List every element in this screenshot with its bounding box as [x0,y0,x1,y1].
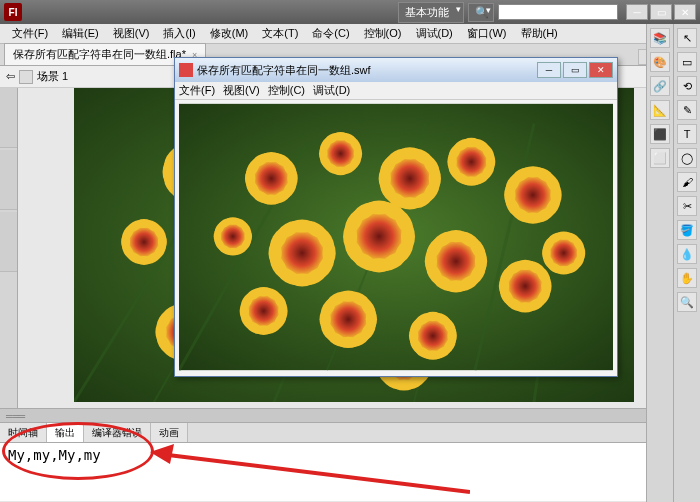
tool-button[interactable]: ✂ [677,196,697,216]
swf-menu-debug[interactable]: 调试(D) [313,83,350,98]
collapsed-panel[interactable] [0,212,17,272]
tool-button[interactable]: ◯ [677,148,697,168]
swf-menubar: 文件(F) 视图(V) 控制(C) 调试(D) [175,82,617,100]
swf-menu-control[interactable]: 控制(C) [268,83,305,98]
menu-help[interactable]: 帮助(H) [515,24,564,43]
window-minimize-button[interactable]: ─ [626,4,648,20]
tools-rail-b: ↖▭⟲✎T◯🖌✂🪣💧✋🔍 [673,24,700,502]
tool-button[interactable]: 💧 [677,244,697,264]
search-dropdown[interactable]: 🔍 [468,3,494,22]
swf-close-button[interactable]: ✕ [589,62,613,78]
search-input[interactable] [498,4,618,20]
menu-debug[interactable]: 调试(D) [410,24,459,43]
menu-control[interactable]: 控制(O) [358,24,408,43]
panel-button[interactable]: 🔗 [650,76,670,96]
back-arrow-icon[interactable]: ⇦ [6,70,15,83]
workspace-dropdown[interactable]: 基本功能 [398,2,464,23]
swf-window-title: 保存所有匹配字符串在同一数组.swf [197,63,533,78]
swf-minimize-button[interactable]: ─ [537,62,561,78]
menu-insert[interactable]: 插入(I) [157,24,201,43]
timeline-collapsed-bar[interactable]: ═══ [0,409,646,423]
tool-button[interactable]: ▭ [677,52,697,72]
menu-commands[interactable]: 命令(C) [306,24,355,43]
tools-rail-a: 📚🎨🔗📐⬛⬜ [646,24,673,502]
scene-label: 场景 1 [37,69,68,84]
panel-button[interactable]: 🎨 [650,52,670,72]
panel-button[interactable]: ⬜ [650,148,670,168]
tool-button[interactable]: 🔍 [677,292,697,312]
swf-test-window[interactable]: 保存所有匹配字符串在同一数组.swf ─ ▭ ✕ 文件(F) 视图(V) 控制(… [174,57,618,377]
panel-button[interactable]: 📚 [650,28,670,48]
output-text-area[interactable]: My,my,My,my [0,443,646,501]
panel-button[interactable]: ⬛ [650,124,670,144]
swf-content-image [179,102,613,372]
menu-file[interactable]: 文件(F) [6,24,54,43]
tool-button[interactable]: ✋ [677,268,697,288]
panel-button[interactable]: 📐 [650,100,670,120]
swf-window-icon [179,63,193,77]
bottom-panel: ═══ 时间轴 输出 编译器错误 动画 My,my,My,my [0,408,646,502]
tool-button[interactable]: T [677,124,697,144]
right-rails: 📚🎨🔗📐⬛⬜ ↖▭⟲✎T◯🖌✂🪣💧✋🔍 [646,24,700,502]
window-close-button[interactable]: ✕ [674,4,696,20]
tool-button[interactable]: ✎ [677,100,697,120]
tool-button[interactable]: ↖ [677,28,697,48]
swf-titlebar[interactable]: 保存所有匹配字符串在同一数组.swf ─ ▭ ✕ [175,58,617,82]
main-menubar: 文件(F) 编辑(E) 视图(V) 插入(I) 修改(M) 文本(T) 命令(C… [0,24,700,44]
menu-view[interactable]: 视图(V) [107,24,156,43]
panel-tabs: 时间轴 输出 编译器错误 动画 [0,423,646,443]
tab-compiler-errors[interactable]: 编译器错误 [84,423,151,442]
window-maximize-button[interactable]: ▭ [650,4,672,20]
swf-maximize-button[interactable]: ▭ [563,62,587,78]
menu-edit[interactable]: 编辑(E) [56,24,105,43]
tab-output[interactable]: 输出 [47,423,84,442]
tab-timeline[interactable]: 时间轴 [0,423,47,442]
menu-text[interactable]: 文本(T) [256,24,304,43]
scene-icon [19,70,33,84]
flash-logo-icon: Fl [4,3,22,21]
tool-button[interactable]: 🖌 [677,172,697,192]
menu-window[interactable]: 窗口(W) [461,24,513,43]
tool-button[interactable]: 🪣 [677,220,697,240]
collapsed-panel[interactable] [0,88,17,148]
swf-menu-view[interactable]: 视图(V) [223,83,260,98]
swf-menu-file[interactable]: 文件(F) [179,83,215,98]
collapsed-panel[interactable] [0,150,17,210]
document-tab-label: 保存所有匹配字符串在同一数组.fla* [13,47,186,62]
menu-modify[interactable]: 修改(M) [204,24,255,43]
tab-motion[interactable]: 动画 [151,423,188,442]
tool-button[interactable]: ⟲ [677,76,697,96]
app-titlebar: Fl 基本功能 🔍 ─ ▭ ✕ [0,0,700,24]
